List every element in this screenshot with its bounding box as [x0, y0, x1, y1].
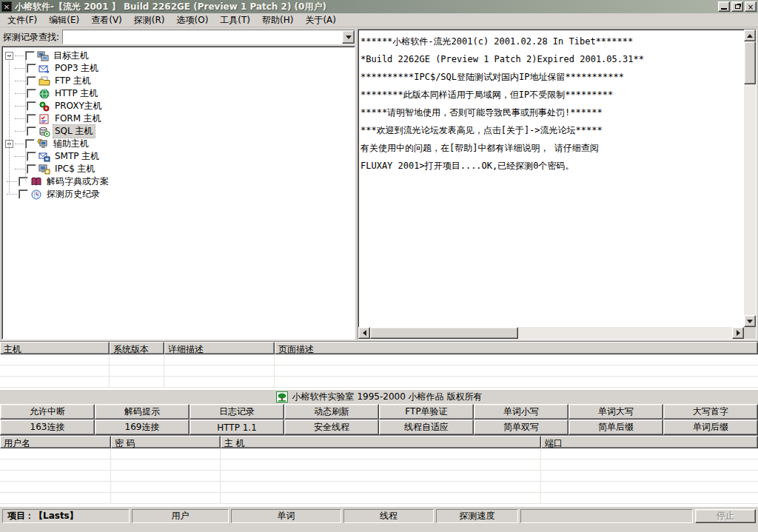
checkbox[interactable] [25, 139, 35, 149]
scroll-left-icon[interactable] [358, 327, 370, 339]
checkbox[interactable] [19, 189, 28, 199]
console-line: 有关使用中的问题，在[帮助]中都有详细说明， 请仔细查阅 [360, 139, 742, 157]
scroll-right-icon[interactable] [732, 327, 744, 339]
http-icon [38, 88, 50, 100]
tree-item-http[interactable]: HTTP 主机 [4, 87, 353, 100]
checkbox[interactable] [27, 64, 36, 73]
toggle-allow-interrupt[interactable]: 允许中断 [0, 404, 95, 420]
host-results-table: 主机 系统版本 详细描述 页面描述 [0, 341, 758, 390]
smtp-icon [38, 151, 50, 163]
search-toolbar: 探测记录查找: [1, 29, 355, 46]
table-row [0, 366, 758, 377]
column-header-page[interactable]: 页面描述 [275, 342, 758, 354]
horizontal-scrollbar[interactable] [358, 327, 744, 339]
tree-item-ftp[interactable]: FTP 主机 [4, 75, 353, 87]
checkbox[interactable] [25, 51, 35, 61]
title-bar: ✕ 小榕软件-【流光 2001 】 Build 2262GE (Preview … [0, 0, 758, 13]
form-icon [38, 113, 50, 125]
toggle-thread-adaptive[interactable]: 线程自适应 [379, 420, 474, 435]
toggle-safe-thread[interactable]: 安全线程 [284, 420, 379, 435]
status-project: 项目：【Lasts】 [2, 509, 130, 523]
dictionary-icon [30, 176, 42, 188]
status-users: 用户 [132, 509, 229, 523]
checkbox[interactable] [27, 89, 36, 98]
toggle-word-suffix[interactable]: 单词后缀 [663, 420, 758, 435]
menu-view[interactable]: 查看(V) [85, 13, 128, 27]
toggle-http11[interactable]: HTTP 1.1 [190, 420, 284, 435]
tree-item-history[interactable]: 探测历史纪录 [4, 188, 353, 201]
toggle-169-connect[interactable]: 169连接 [95, 420, 190, 435]
scroll-down-icon[interactable] [744, 315, 756, 327]
probe-record-combobox [62, 30, 355, 44]
ipc-icon [38, 164, 50, 175]
banyan-logo-icon [276, 391, 288, 403]
checkbox[interactable] [19, 177, 28, 186]
column-header-port[interactable]: 端口 [541, 436, 758, 448]
toggle-simple-suffix[interactable]: 简单后缀 [568, 420, 663, 435]
tree-item-form[interactable]: FORM 主机 [4, 112, 353, 125]
column-header-host[interactable]: 主机 [0, 342, 110, 354]
menu-tools[interactable]: 工具(T) [214, 13, 256, 27]
toggle-word-lowercase[interactable]: 单词小写 [474, 404, 568, 420]
tree-item-sql[interactable]: SQL 主机 [4, 125, 353, 138]
window-bottom-edge [0, 525, 758, 532]
column-header-username[interactable]: 用户名 [0, 436, 111, 448]
column-header-detail[interactable]: 详细描述 [164, 342, 275, 354]
tree-item-target-hosts[interactable]: 目标主机 [4, 50, 353, 62]
table-row [0, 471, 758, 482]
tree-item-proxy[interactable]: PROXY主机 [4, 100, 353, 112]
option-toggle-panel: 允许中断 解码提示 日志记录 动态刷新 FTP单验证 单词小写 单词大写 大写首… [0, 404, 758, 435]
chevron-down-icon[interactable] [342, 30, 355, 44]
search-input[interactable] [63, 30, 342, 44]
close-button[interactable]: × [745, 1, 757, 12]
table-row [0, 482, 758, 493]
pop3-icon [38, 63, 50, 75]
menu-edit[interactable]: 编辑(E) [43, 13, 85, 27]
console-output[interactable]: ******小榕软件-流光2001(c) 2001.02.28 In Tibet… [358, 30, 744, 327]
table-row [0, 377, 758, 388]
menu-file[interactable]: 文件(F) [1, 13, 43, 27]
scrollbar-thumb[interactable] [370, 327, 518, 339]
toggle-163-connect[interactable]: 163连接 [0, 420, 95, 435]
vertical-scrollbar[interactable] [744, 30, 756, 327]
table-row [0, 448, 758, 459]
restore-button[interactable] [731, 1, 743, 12]
tree-item-ipc[interactable]: IPC$ 主机 [4, 163, 353, 175]
column-header-os[interactable]: 系统版本 [110, 342, 164, 354]
search-label: 探测记录查找: [3, 31, 59, 44]
tree-item-aux-hosts[interactable]: 辅助主机 [4, 138, 353, 150]
toggle-word-uppercase[interactable]: 单词大写 [568, 404, 663, 420]
toggle-log-record[interactable]: 日志记录 [190, 404, 284, 420]
console-line: **********IPC$/SQL登陆测试对国内IP地址保留*********… [360, 68, 742, 86]
ftp-icon [38, 75, 50, 87]
copyright-bar: 小榕软件实验室 1995-2000 小榕作品 版权所有 [0, 390, 758, 404]
toggle-ftp-single-auth[interactable]: FTP单验证 [379, 404, 474, 420]
minimize-button[interactable] [718, 1, 730, 12]
toggle-decode-hint[interactable]: 解码提示 [95, 404, 190, 420]
tree-item-pop3[interactable]: POP3 主机 [4, 62, 353, 75]
stop-button[interactable]: 停止 [695, 509, 756, 523]
checkbox[interactable] [27, 127, 36, 136]
toggle-dynamic-refresh[interactable]: 动态刷新 [284, 404, 379, 420]
status-words: 单词 [231, 509, 341, 523]
toggle-simple-double[interactable]: 简单双写 [474, 420, 568, 435]
status-spacer [520, 509, 693, 523]
checkbox[interactable] [27, 152, 36, 161]
scroll-up-icon[interactable] [744, 30, 756, 41]
tree-item-smtp[interactable]: SMTP 主机 [4, 150, 353, 163]
menu-probe[interactable]: 探测(R) [128, 13, 171, 27]
checkbox[interactable] [27, 114, 36, 124]
menu-about[interactable]: 关于(A) [299, 13, 342, 27]
scrollbar-thumb[interactable] [744, 41, 756, 84]
window-title: 小榕软件-【流光 2001 】 Build 2262GE (Preview 1 … [15, 1, 718, 13]
toggle-capitalize[interactable]: 大写首字 [663, 404, 758, 420]
menu-help[interactable]: 帮助(H) [256, 13, 299, 27]
menu-options[interactable]: 选项(O) [171, 13, 215, 27]
tree-item-dictionary[interactable]: 解码字典或方案 [4, 175, 353, 188]
checkbox[interactable] [27, 164, 36, 174]
column-header-password[interactable]: 密 码 [111, 436, 221, 448]
column-header-host[interactable]: 主 机 [221, 436, 541, 448]
console-line: *****请明智地使用，否则可能导致民事或刑事处罚!****** [360, 104, 742, 121]
checkbox[interactable] [27, 101, 36, 111]
checkbox[interactable] [27, 76, 36, 86]
